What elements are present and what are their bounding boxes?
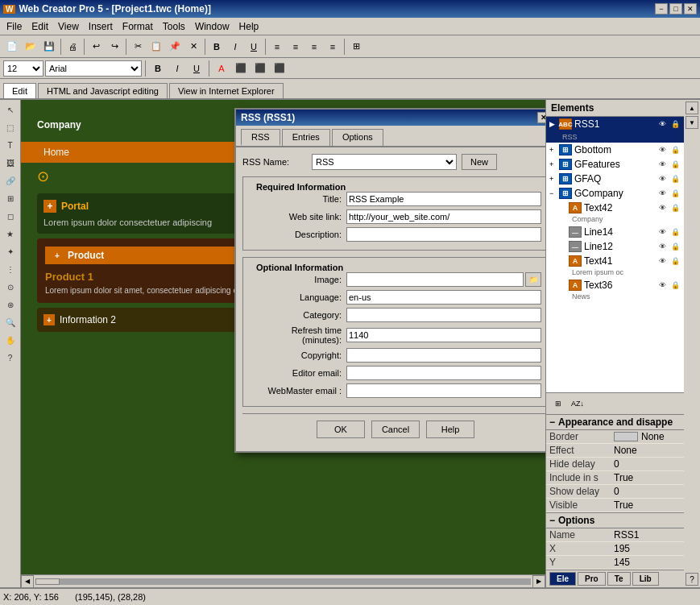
- text42-lock-icon[interactable]: 🔒: [669, 202, 681, 213]
- text36-lock-icon[interactable]: 🔒: [669, 280, 681, 291]
- tree-item-gfeatures[interactable]: + ⊞ GFeatures 👁 🔒: [546, 157, 684, 172]
- panel-tab-pro[interactable]: Pro: [578, 572, 606, 586]
- language-input[interactable]: [346, 290, 541, 305]
- gfeatures-lock-icon[interactable]: 🔒: [669, 159, 681, 170]
- tree-item-text36[interactable]: A Text36 👁 🔒: [546, 278, 684, 292]
- align-center-button[interactable]: ≡: [287, 38, 304, 56]
- cut-button[interactable]: ✂: [129, 38, 147, 56]
- sidebar-question-icon[interactable]: ?: [2, 350, 19, 366]
- rss-new-button[interactable]: New: [462, 154, 497, 170]
- sidebar-flash-icon[interactable]: ★: [2, 226, 19, 242]
- copy-button[interactable]: 📋: [147, 38, 165, 56]
- rss-dialog-close[interactable]: ✕: [537, 112, 545, 123]
- align-left-button[interactable]: ≡: [268, 38, 286, 56]
- menu-format[interactable]: Format: [118, 19, 158, 34]
- sidebar-zoom-icon[interactable]: 🔍: [2, 314, 19, 330]
- rss1-expand-icon[interactable]: ▶: [549, 120, 559, 128]
- maximize-button[interactable]: □: [669, 3, 682, 15]
- font-size-select[interactable]: 12: [3, 60, 43, 77]
- new-file-button[interactable]: 📄: [3, 38, 21, 56]
- minimize-button[interactable]: −: [655, 3, 668, 15]
- sidebar-shape-icon[interactable]: ◻: [2, 208, 19, 224]
- options-header[interactable]: − Options: [546, 512, 684, 528]
- gfaq-eye-icon[interactable]: 👁: [657, 173, 668, 184]
- align-justify-button[interactable]: ≡: [324, 38, 342, 56]
- panel-tab-ele[interactable]: Ele: [549, 572, 576, 586]
- tree-item-line12[interactable]: — Line12 👁 🔒: [546, 239, 684, 254]
- tree-item-text41[interactable]: A Text41 👁 🔒: [546, 254, 684, 268]
- gbottom-expand-icon[interactable]: +: [549, 146, 559, 154]
- editor-input[interactable]: [346, 366, 541, 380]
- sidebar-link-icon[interactable]: 🔗: [2, 172, 19, 189]
- text-align-left[interactable]: ⬛: [232, 60, 250, 77]
- panel-down-button[interactable]: ▼: [686, 116, 698, 129]
- panel-tab-lib[interactable]: Lib: [632, 572, 659, 586]
- format-italic-button[interactable]: I: [168, 60, 186, 77]
- gfeatures-expand-icon[interactable]: +: [549, 160, 559, 168]
- copyright-input[interactable]: [346, 348, 541, 363]
- rss1-lock-icon[interactable]: 🔒: [669, 118, 681, 130]
- text-align-right[interactable]: ⬛: [271, 60, 288, 77]
- bold-button[interactable]: B: [208, 38, 226, 56]
- menu-window[interactable]: Window: [190, 19, 234, 34]
- ok-button[interactable]: OK: [317, 421, 365, 438]
- gcompany-expand-icon[interactable]: −: [549, 189, 559, 197]
- sidebar-text-icon[interactable]: T: [2, 137, 19, 153]
- gbottom-lock-icon[interactable]: 🔒: [669, 144, 681, 155]
- rss-name-select[interactable]: RSS: [312, 154, 457, 170]
- text36-eye-icon[interactable]: 👁: [657, 280, 668, 291]
- webmaster-input[interactable]: [346, 383, 541, 398]
- italic-button[interactable]: I: [226, 38, 244, 56]
- menu-help[interactable]: Help: [234, 19, 264, 34]
- table-button[interactable]: ⊞: [347, 38, 365, 56]
- scroll-right-button[interactable]: ▶: [532, 575, 545, 588]
- sidebar-table-icon[interactable]: ⊞: [2, 190, 19, 206]
- gcompany-lock-icon[interactable]: 🔒: [669, 188, 681, 199]
- menu-edit[interactable]: Edit: [27, 19, 53, 34]
- category-input[interactable]: [346, 308, 541, 322]
- scroll-left-button[interactable]: ◀: [21, 575, 34, 588]
- sidebar-select-icon[interactable]: ⬚: [2, 119, 19, 135]
- line14-eye-icon[interactable]: 👁: [657, 226, 668, 238]
- align-right-button[interactable]: ≡: [305, 38, 323, 56]
- title-input[interactable]: [346, 192, 541, 206]
- website-input[interactable]: [346, 209, 541, 224]
- rss1-eye-icon[interactable]: 👁: [657, 118, 668, 130]
- sidebar-hand-icon[interactable]: ✋: [2, 332, 19, 348]
- text-align-center[interactable]: ⬛: [251, 60, 269, 77]
- image-browse-button[interactable]: 📁: [525, 272, 541, 287]
- close-button[interactable]: ✕: [684, 3, 697, 15]
- redo-button[interactable]: ↪: [106, 38, 123, 56]
- rss-tab-entries[interactable]: Entries: [282, 129, 330, 146]
- tab-html[interactable]: HTML and Javascript editing: [38, 83, 168, 98]
- save-button[interactable]: 💾: [40, 38, 58, 56]
- nav-home[interactable]: Home: [37, 145, 76, 160]
- menu-file[interactable]: File: [2, 19, 27, 34]
- rss-tab-options[interactable]: Options: [332, 129, 383, 146]
- format-bold-button[interactable]: B: [149, 60, 167, 77]
- menu-insert[interactable]: Insert: [84, 19, 118, 34]
- sort-button[interactable]: ⊞: [549, 395, 567, 412]
- format-underline-button[interactable]: U: [188, 60, 205, 77]
- undo-button[interactable]: ↩: [87, 38, 105, 56]
- tree-item-gbottom[interactable]: + ⊞ Gbottom 👁 🔒: [546, 143, 684, 157]
- tab-edit[interactable]: Edit: [3, 83, 36, 98]
- line14-lock-icon[interactable]: 🔒: [669, 226, 681, 238]
- gbottom-eye-icon[interactable]: 👁: [657, 144, 668, 155]
- sidebar-effect-icon[interactable]: ✦: [2, 243, 19, 259]
- filter-button[interactable]: AZ↓: [569, 395, 586, 412]
- panel-up-button[interactable]: ▲: [686, 102, 698, 114]
- line12-eye-icon[interactable]: 👁: [657, 241, 668, 252]
- refresh-input[interactable]: [346, 328, 541, 342]
- delete-button[interactable]: ✕: [184, 38, 202, 56]
- text-color-button[interactable]: A: [213, 60, 230, 77]
- rss-tab-rss[interactable]: RSS: [241, 129, 280, 146]
- tab-view-ie[interactable]: View in Internet Explorer: [169, 83, 284, 98]
- menu-view[interactable]: View: [53, 19, 84, 34]
- underline-button[interactable]: U: [245, 38, 263, 56]
- sidebar-rss-icon[interactable]: ⊙: [2, 279, 19, 295]
- image-input[interactable]: [346, 272, 524, 287]
- open-file-button[interactable]: 📂: [22, 38, 39, 56]
- tree-item-line14[interactable]: — Line14 👁 🔒: [546, 225, 684, 239]
- sidebar-widget-icon[interactable]: ⊛: [2, 296, 19, 313]
